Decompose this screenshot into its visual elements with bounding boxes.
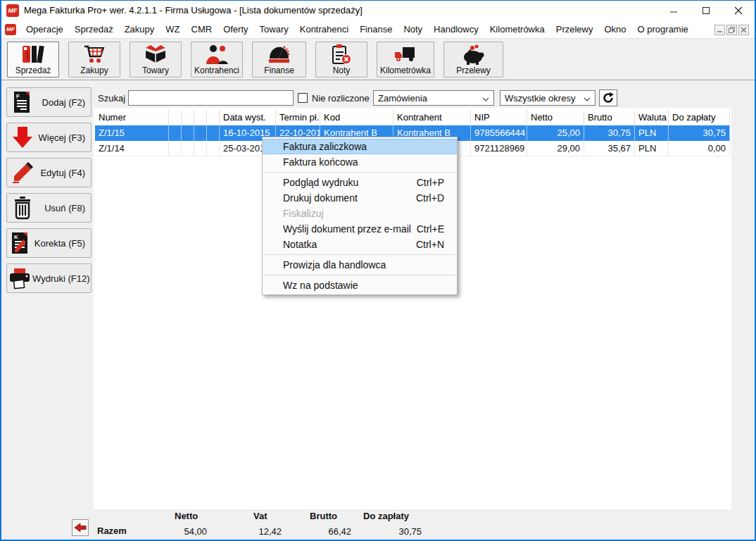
toolbar-przelewy-button[interactable]: Przelewy bbox=[443, 42, 503, 77]
col-kontrahent[interactable]: Kontrahent bbox=[393, 110, 471, 125]
search-label: Szukaj bbox=[98, 93, 125, 104]
menu-okno[interactable]: Okno bbox=[598, 20, 631, 38]
close-button[interactable] bbox=[722, 1, 755, 20]
maximize-icon bbox=[702, 6, 710, 15]
toolbar-zakupy-button[interactable]: Zakupy bbox=[68, 42, 120, 77]
usun-button[interactable]: Usuń (F8) bbox=[6, 193, 92, 223]
toolbar-noty-button[interactable]: Noty bbox=[315, 42, 367, 77]
toolbar-kilometrowka-button[interactable]: Kilometrówka bbox=[377, 42, 434, 77]
mdi-restore-icon bbox=[729, 27, 735, 33]
menu-item-faktura-zaliczkowa[interactable]: Faktura zaliczkowa bbox=[263, 139, 457, 154]
wiecej-button[interactable]: Więcej (F3) bbox=[6, 123, 92, 152]
pen-icon bbox=[7, 161, 38, 185]
col-flag4[interactable] bbox=[207, 110, 220, 125]
menu-separator bbox=[264, 172, 455, 173]
menu-o-programie[interactable]: O programie bbox=[632, 20, 694, 38]
col-nip[interactable]: NIP bbox=[471, 110, 527, 125]
printer-icon bbox=[7, 266, 32, 290]
menu-item-drukuj-dokument[interactable]: Drukuj dokumentCtrl+D bbox=[263, 190, 457, 206]
app-window: MF Mega Fakturka Pro+ wer. 4.2.1.1 - Fir… bbox=[0, 0, 756, 541]
col-waluta[interactable]: Waluta bbox=[635, 110, 669, 125]
nie-rozliczone-checkbox[interactable] bbox=[298, 93, 308, 103]
table-header-row: Numer Data wyst. Termin pł. Kod Kontrahe… bbox=[95, 110, 730, 125]
menu-separator bbox=[264, 275, 455, 275]
minimize-icon bbox=[669, 6, 678, 15]
col-flag3[interactable] bbox=[194, 110, 207, 125]
piggy-bank-icon bbox=[460, 43, 487, 66]
svg-text:K: K bbox=[14, 234, 18, 240]
col-numer[interactable]: Numer bbox=[95, 110, 169, 125]
red-left-arrow-icon bbox=[74, 523, 87, 533]
refresh-button[interactable] bbox=[599, 89, 617, 106]
correction-document-icon: K bbox=[7, 231, 34, 255]
period-select[interactable]: Wszystkie okresy bbox=[500, 90, 596, 106]
toolbar-towary-button[interactable]: Towary bbox=[130, 42, 182, 77]
mdi-restore-button[interactable] bbox=[726, 25, 737, 35]
mdi-close-button[interactable] bbox=[738, 25, 749, 35]
menu-item-wyslij-email[interactable]: Wyślij dokument przez e-mailCtrl+E bbox=[263, 221, 457, 237]
dodaj-button[interactable]: F Dodaj (F2) bbox=[6, 87, 92, 117]
menu-item-prowizja[interactable]: Prowizja dla handlowca bbox=[263, 257, 457, 273]
close-icon bbox=[734, 6, 743, 15]
cash-register-icon bbox=[266, 43, 293, 66]
menu-finanse[interactable]: Finanse bbox=[354, 20, 398, 38]
menu-operacje[interactable]: Operacje bbox=[20, 20, 69, 38]
menu-item-wz-na-podstawie[interactable]: Wz na podstawie bbox=[263, 278, 457, 293]
menu-cmr[interactable]: CMR bbox=[186, 20, 218, 38]
menu-zakupy[interactable]: Zakupy bbox=[119, 20, 160, 38]
document-type-select[interactable]: Zamówienia bbox=[373, 90, 494, 106]
menu-item-faktura-koncowa[interactable]: Faktura końcowa bbox=[263, 154, 457, 170]
menu-towary[interactable]: Towary bbox=[254, 20, 294, 38]
document-add-icon: F bbox=[7, 90, 38, 114]
edytuj-button[interactable]: Edytuj (F4) bbox=[6, 158, 92, 187]
col-flag1[interactable] bbox=[169, 110, 182, 125]
col-do-zaplaty[interactable]: Do zapłaty bbox=[669, 110, 730, 125]
col-kod[interactable]: Kod bbox=[320, 110, 393, 125]
menu-sprzedaz[interactable]: Sprzedaż bbox=[69, 20, 119, 38]
menu-item-podglad-wydruku[interactable]: Podgląd wydrukuCtrl+P bbox=[263, 175, 457, 190]
menu-kontrahenci[interactable]: Kontrahenci bbox=[294, 20, 354, 38]
collapse-totals-button[interactable] bbox=[72, 519, 89, 536]
nie-rozliczone-label[interactable]: Nie rozliczone bbox=[312, 93, 370, 104]
menu-oferty[interactable]: Oferty bbox=[218, 20, 253, 38]
wydruki-button[interactable]: Wydruki (F12) bbox=[6, 263, 92, 293]
books-icon bbox=[20, 43, 46, 66]
col-termin[interactable]: Termin pł. bbox=[276, 110, 320, 125]
toolbar-kontrahenci-button[interactable]: Kontrahenci bbox=[191, 42, 243, 77]
menu-noty[interactable]: Noty bbox=[398, 20, 428, 38]
refresh-icon bbox=[602, 92, 615, 104]
col-netto[interactable]: Netto bbox=[527, 110, 584, 125]
korekta-button[interactable]: K Korekta (F5) bbox=[6, 228, 92, 258]
mdi-document-icon: MF bbox=[5, 24, 16, 35]
mdi-minimize-icon bbox=[717, 27, 723, 33]
menu-wz[interactable]: WZ bbox=[160, 20, 185, 38]
col-data-wyst[interactable]: Data wyst. bbox=[220, 110, 276, 125]
titlebar: MF Mega Fakturka Pro+ wer. 4.2.1.1 - Fir… bbox=[1, 1, 755, 20]
mdi-minimize-button[interactable] bbox=[714, 25, 725, 35]
search-input[interactable] bbox=[128, 90, 294, 106]
menubar: MF Operacje Sprzedaż Zakupy WZ CMR Ofert… bbox=[1, 20, 755, 39]
trash-icon bbox=[7, 196, 38, 220]
context-menu: Faktura zaliczkowa Faktura końcowa Podgl… bbox=[262, 137, 458, 295]
col-flag2[interactable] bbox=[182, 110, 194, 125]
menu-kilometrowka[interactable]: Kilometrówka bbox=[484, 20, 550, 38]
menu-separator bbox=[264, 254, 455, 255]
toolbar-finanse-button[interactable]: Finanse bbox=[252, 42, 306, 77]
mdi-close-icon bbox=[741, 27, 747, 33]
minimize-button[interactable] bbox=[657, 1, 690, 20]
menu-item-notatka[interactable]: NotatkaCtrl+N bbox=[263, 237, 457, 252]
footer-brutto: Brutto 66,42 bbox=[310, 511, 351, 537]
cart-icon bbox=[82, 43, 107, 66]
window-title: Mega Fakturka Pro+ wer. 4.2.1.1 - Firma … bbox=[24, 1, 363, 20]
note-x-icon bbox=[329, 43, 354, 66]
menu-item-fiskalizuj[interactable]: Fiskalizuj bbox=[263, 206, 457, 221]
col-brutto[interactable]: Brutto bbox=[584, 110, 635, 125]
chevron-down-icon bbox=[584, 93, 591, 104]
maximize-button[interactable] bbox=[690, 1, 722, 20]
chevron-down-icon bbox=[482, 93, 489, 104]
toolbar-sprzedaz-button[interactable]: Sprzedaż bbox=[7, 42, 59, 77]
menu-przelewy[interactable]: Przelewy bbox=[550, 20, 599, 38]
razem-label: Razem bbox=[97, 526, 127, 536]
menu-handlowcy[interactable]: Handlowcy bbox=[428, 20, 484, 38]
footer-netto: Netto 54,00 bbox=[175, 511, 207, 537]
